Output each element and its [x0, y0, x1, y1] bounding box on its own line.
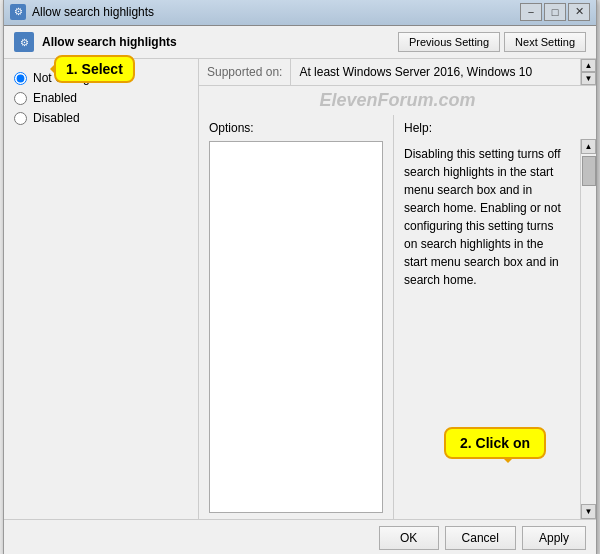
help-section: Help: Disabling this setting turns off s… [394, 115, 596, 519]
options-box [209, 141, 383, 513]
supported-row: Supported on: At least Windows Server 20… [199, 59, 596, 86]
help-label: Help: [404, 121, 586, 135]
enabled-label: Enabled [33, 91, 77, 105]
watermark: ElevenForum.com [199, 86, 596, 115]
nav-buttons: Previous Setting Next Setting [398, 32, 586, 52]
apply-button[interactable]: Apply [522, 526, 586, 550]
not-configured-radio[interactable] [14, 72, 27, 85]
next-setting-button[interactable]: Next Setting [504, 32, 586, 52]
enabled-radio[interactable] [14, 92, 27, 105]
help-scrollbar[interactable]: ▲ ▼ [580, 139, 596, 519]
disabled-option[interactable]: Disabled [14, 111, 188, 125]
minimize-button[interactable]: − [520, 3, 542, 21]
help-options-area: Options: Help: Disabling this setting tu… [199, 115, 596, 519]
disabled-radio[interactable] [14, 112, 27, 125]
supported-scrollbar[interactable]: ▲ ▼ [580, 59, 596, 85]
left-panel: 1. Select Not Configured Enabled Disable… [4, 59, 199, 519]
supported-value: At least Windows Server 2016, Windows 10 [291, 59, 596, 85]
maximize-button[interactable]: □ [544, 3, 566, 21]
window-controls: − □ ✕ [520, 3, 590, 21]
supported-value-container: At least Windows Server 2016, Windows 10… [290, 59, 596, 85]
help-scroll-down[interactable]: ▼ [581, 504, 596, 519]
options-label: Options: [209, 121, 383, 135]
options-section: Options: [199, 115, 394, 519]
enabled-option[interactable]: Enabled [14, 91, 188, 105]
ok-button[interactable]: OK [379, 526, 439, 550]
supported-label: Supported on: [199, 59, 290, 85]
close-button[interactable]: ✕ [568, 3, 590, 21]
policy-icon: ⚙ [14, 32, 34, 52]
help-text: Disabling this setting turns off search … [404, 145, 586, 289]
help-scroll-up[interactable]: ▲ [581, 139, 596, 154]
window-title: Allow search highlights [32, 5, 520, 19]
policy-title: Allow search highlights [42, 35, 398, 49]
help-scroll-thumb[interactable] [582, 156, 596, 186]
title-bar: ⚙ Allow search highlights − □ ✕ [4, 0, 596, 26]
disabled-label: Disabled [33, 111, 80, 125]
main-window: ⚙ Allow search highlights − □ ✕ ⚙ Allow … [3, 0, 597, 554]
scroll-up-arrow[interactable]: ▲ [581, 59, 596, 72]
cancel-button[interactable]: Cancel [445, 526, 516, 550]
window-icon: ⚙ [10, 4, 26, 20]
prev-setting-button[interactable]: Previous Setting [398, 32, 500, 52]
bottom-bar: OK Cancel Apply [4, 519, 596, 554]
annotation-1: 1. Select [54, 55, 135, 83]
annotation-2: 2. Click on [444, 427, 546, 459]
main-content: 1. Select Not Configured Enabled Disable… [4, 59, 596, 519]
right-panel: Supported on: At least Windows Server 20… [199, 59, 596, 519]
scroll-down-arrow[interactable]: ▼ [581, 72, 596, 85]
